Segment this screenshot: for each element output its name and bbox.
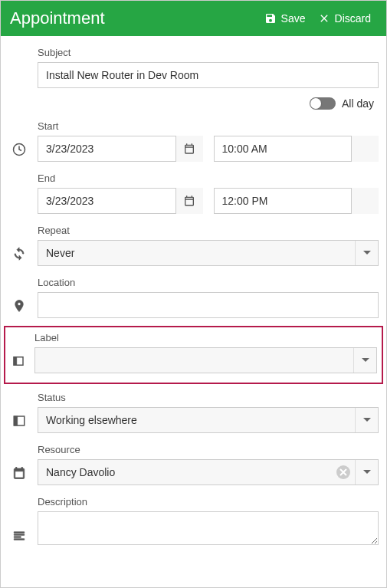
allday-toggle[interactable] [310,97,336,110]
location-input[interactable] [38,292,379,318]
end-time-picker-button[interactable] [351,188,379,214]
description-icon [12,529,26,543]
discard-button-label: Discard [335,12,371,25]
status-select[interactable]: Working elsewhere [38,407,379,433]
dialog-title: Appointment [10,8,258,28]
resource-icon [12,466,26,480]
save-button[interactable]: Save [258,8,312,29]
location-label: Location [38,277,379,288]
status-value: Working elsewhere [46,414,137,426]
description-input[interactable] [38,511,379,545]
resource-value: Nancy Davolio [46,466,115,478]
resource-label: Resource [38,444,379,455]
chevron-down-icon [353,348,376,373]
chevron-down-icon [355,241,378,265]
clear-icon [339,468,347,476]
start-date-picker-button[interactable] [175,136,203,162]
subject-label: Subject [38,47,379,58]
save-icon [264,12,277,25]
dialog-body: Subject All day Start [1,36,386,587]
clock-icon [359,143,372,155]
appointment-dialog: Appointment Save Discard Subject All day… [0,0,387,588]
end-time-field [214,188,379,214]
repeat-icon [12,247,26,261]
close-icon [318,12,330,25]
start-time-picker-button[interactable] [351,136,379,162]
label-field-highlight: Label [4,326,383,384]
calendar-icon [183,195,195,207]
end-date-picker-button[interactable] [175,188,203,214]
calendar-icon [183,143,195,155]
chevron-down-icon [355,408,378,432]
label-icon [11,354,25,368]
repeat-value: Never [46,247,74,259]
clear-resource-button[interactable] [336,465,350,479]
svg-rect-3 [14,416,18,425]
chevron-down-icon [355,460,378,485]
end-label: End [38,172,379,184]
allday-label: All day [342,97,374,110]
description-label: Description [38,496,379,508]
start-time-field [214,136,379,162]
discard-button[interactable]: Discard [312,8,377,29]
clock-icon [12,143,26,156]
svg-rect-1 [14,357,17,366]
clock-icon [359,195,372,207]
allday-row: All day [8,97,379,110]
subject-field-group: Subject [38,47,379,88]
label-field-label: Label [34,332,377,343]
start-date-field [38,136,203,162]
repeat-select[interactable]: Never [38,240,379,266]
dialog-header: Appointment Save Discard [1,1,386,36]
subject-input[interactable] [38,62,379,88]
label-select[interactable] [34,347,377,373]
repeat-label: Repeat [38,225,379,236]
save-button-label: Save [281,12,306,25]
status-icon [12,414,26,428]
location-icon [12,299,26,313]
resource-select[interactable]: Nancy Davolio [38,459,379,485]
start-label: Start [38,120,379,132]
status-label: Status [38,392,379,403]
end-date-field [38,188,203,214]
toggle-knob [310,98,321,109]
